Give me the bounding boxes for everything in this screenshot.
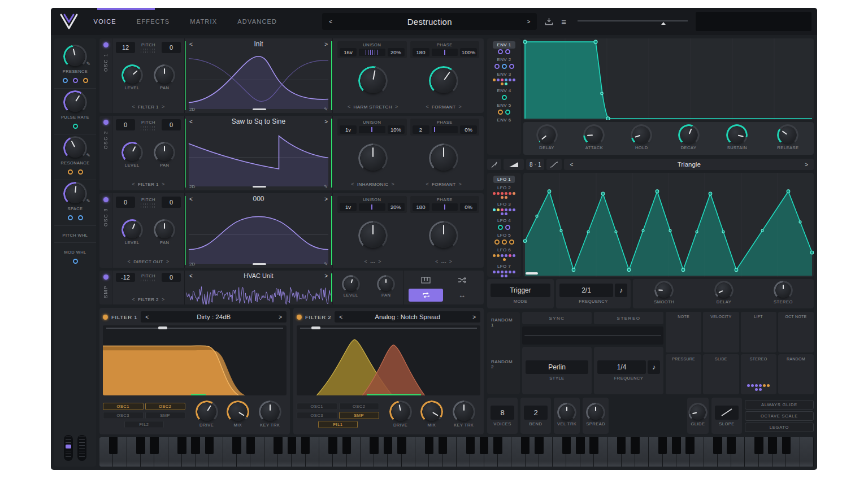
piano-key-black[interactable] <box>589 437 598 454</box>
filter2-input-smp[interactable]: SMP <box>339 412 380 419</box>
osc2-ctl2-selector[interactable]: < FORMANT > <box>409 180 480 188</box>
slope-display[interactable] <box>715 406 739 420</box>
osc1-tune-value[interactable]: 0 <box>162 42 181 53</box>
filter2-power-button[interactable] <box>297 315 302 320</box>
lfo5-tab[interactable]: LFO 5 <box>493 232 515 239</box>
osc1-unison-voices[interactable]: 16v <box>340 48 357 56</box>
tab-advanced[interactable]: ADVANCED <box>237 18 277 25</box>
filter1-morph-handle[interactable] <box>158 326 167 329</box>
next-icon[interactable]: > <box>378 259 381 264</box>
filter1-input-osc3[interactable]: OSC3 <box>103 412 144 419</box>
osc3-wavetable-name[interactable]: 000 <box>193 195 324 203</box>
prev-icon[interactable]: < <box>351 181 354 187</box>
next-icon[interactable]: > <box>324 119 328 125</box>
next-icon[interactable]: > <box>805 162 808 168</box>
sample-name[interactable]: HVAC Unit <box>193 272 324 279</box>
filter2-keytrk-knob[interactable] <box>455 403 473 421</box>
next-icon[interactable]: > <box>458 181 462 187</box>
menu-button[interactable]: ≡ <box>561 17 566 27</box>
osc3-power-button[interactable] <box>103 197 108 202</box>
lfo2-tab[interactable]: LFO 2 <box>493 184 515 191</box>
paint-pattern-selector[interactable] <box>504 159 524 170</box>
lfo-phase-handle[interactable] <box>526 272 538 275</box>
filter2-input-osc3[interactable]: OSC3 <box>297 412 337 419</box>
resonance-knob[interactable] <box>66 138 85 158</box>
filter2-drive-knob[interactable] <box>392 403 410 421</box>
lfo-shape-selector[interactable]: < Triangle > <box>564 159 814 170</box>
prev-icon[interactable]: < <box>127 259 131 264</box>
next-icon[interactable]: > <box>162 297 165 302</box>
piano-key-black[interactable] <box>177 437 186 454</box>
filter1-model-selector[interactable]: < Dirty : 24dB > <box>141 311 287 323</box>
mod-source-velocity[interactable]: VELOCITY <box>703 312 739 352</box>
filter2-mix-knob[interactable] <box>423 403 441 421</box>
env-decay-knob[interactable] <box>680 127 697 143</box>
filter1-input-fil2[interactable]: FIL2 <box>124 421 164 428</box>
osc3-waveform[interactable] <box>186 204 331 265</box>
osc2-ctl1-selector[interactable]: < INHARMONIC > <box>337 180 409 188</box>
prev-icon[interactable]: < <box>364 259 367 264</box>
smp-pan-knob[interactable] <box>379 277 393 291</box>
mod-source-stereo[interactable]: STEREO <box>741 354 776 395</box>
osc1-wavetable-name[interactable]: Init <box>193 40 324 48</box>
lfo3-tab[interactable]: LFO 3 <box>493 201 515 208</box>
legato-toggle[interactable]: LEGATO <box>745 423 814 432</box>
osc2-level-knob[interactable] <box>124 144 141 161</box>
next-icon[interactable]: > <box>395 104 398 110</box>
next-icon[interactable]: > <box>162 181 165 187</box>
view-mode-toggle[interactable]: 2D <box>189 262 195 267</box>
piano-key-black[interactable] <box>150 437 159 454</box>
piano-key-black[interactable] <box>713 437 722 454</box>
smp-level-knob[interactable] <box>344 277 358 291</box>
mod-source-oct-note[interactable]: OCT NOTE <box>778 312 814 352</box>
piano-key-black[interactable] <box>521 437 530 454</box>
piano-key-black[interactable] <box>685 437 695 454</box>
prev-icon[interactable]: < <box>348 104 351 110</box>
lfo1-tab[interactable]: LFO 1 <box>493 176 515 183</box>
smp-power-button[interactable] <box>103 275 108 280</box>
spread-knob[interactable] <box>588 405 603 420</box>
lfo-mode-value[interactable]: Trigger <box>491 284 550 297</box>
osc1-ctl2-selector[interactable]: < FORMANT > <box>409 103 480 111</box>
next-icon[interactable]: > <box>166 259 170 264</box>
next-icon[interactable]: > <box>324 41 328 47</box>
envelope-display[interactable] <box>523 38 814 120</box>
env5-tab[interactable]: ENV 5 <box>493 102 515 109</box>
osc3-level-knob[interactable] <box>124 221 141 238</box>
always-glide-toggle[interactable]: ALWAYS GLIDE <box>745 400 814 410</box>
env-delay-knob[interactable] <box>539 127 555 143</box>
piano-key-black[interactable] <box>617 437 626 454</box>
lfo6-tab[interactable]: LFO 6 <box>493 246 515 254</box>
tab-voice[interactable]: VOICE <box>94 18 116 25</box>
osc1-pan-knob[interactable] <box>156 67 173 84</box>
filter1-keytrk-knob[interactable] <box>261 403 279 421</box>
mod-source-pressure[interactable]: PRESSURE <box>666 354 701 395</box>
wave-edit-pencil-icon[interactable]: ✎ <box>324 107 328 112</box>
paint-tool-button[interactable] <box>487 159 501 170</box>
wave-edit-pencil-icon[interactable]: ✎ <box>324 262 328 267</box>
prev-icon[interactable]: < <box>132 104 135 110</box>
piano-key-black[interactable] <box>246 437 255 454</box>
mod-source-random[interactable]: RANDOM <box>778 354 814 395</box>
bounce-button[interactable]: ↔ <box>445 289 479 302</box>
next-icon[interactable]: > <box>449 259 453 264</box>
osc1-ctl1-selector[interactable]: < HARM STRETCH > <box>337 103 409 111</box>
filter1-input-osc2[interactable]: OSC2 <box>145 403 186 410</box>
env4-tab[interactable]: ENV 4 <box>493 87 515 94</box>
filter2-input-osc1[interactable]: OSC1 <box>297 403 337 410</box>
osc2-tune-value[interactable]: 0 <box>162 119 181 130</box>
lfo-frequency-value[interactable]: 2/1 <box>559 284 613 297</box>
piano-key-black[interactable] <box>576 437 585 454</box>
filter1-input-osc1[interactable]: OSC1 <box>103 403 144 410</box>
random-frequency-value[interactable]: 1/4 <box>597 360 646 374</box>
filter1-mix-knob[interactable] <box>229 403 247 421</box>
osc2-pan-knob[interactable] <box>156 144 173 161</box>
piano-key-black[interactable] <box>232 437 241 454</box>
pulse-rate-knob[interactable] <box>66 93 85 112</box>
piano-key-black[interactable] <box>301 437 310 454</box>
grid-size-control[interactable]: 8 · 1 <box>526 159 544 170</box>
osc3-unison-detune-bar[interactable] <box>359 203 385 211</box>
random-style-value[interactable]: Perlin <box>526 360 588 374</box>
tab-effects[interactable]: EFFECTS <box>137 18 170 25</box>
osc1-unison-detune-bar[interactable] <box>359 49 385 56</box>
